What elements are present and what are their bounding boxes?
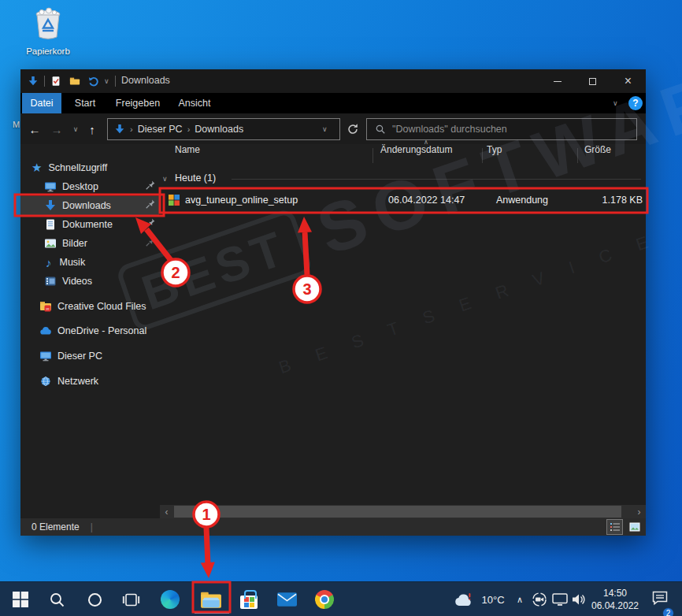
weather-tray-button[interactable] <box>450 582 477 616</box>
customize-toolbar-icon[interactable]: ∨ <box>104 77 109 85</box>
documents-icon <box>44 218 57 231</box>
sidebar-item-dokumente[interactable]: Dokumente <box>44 216 113 233</box>
cortana-button[interactable] <box>80 582 109 616</box>
sidebar-item-quick-access[interactable]: ★ Schnellzugriff <box>32 159 107 176</box>
scroll-left-icon[interactable]: ‹ <box>160 505 173 518</box>
file-size: 1.178 KB <box>556 195 643 206</box>
task-view-icon <box>122 592 140 607</box>
temperature-label[interactable]: 10°C <box>477 582 509 616</box>
column-header-size[interactable]: Größe <box>584 144 611 155</box>
creative-cloud-folder-icon <box>39 300 52 313</box>
hidden-desktop-icon-fragment: M <box>13 120 20 129</box>
column-divider[interactable] <box>577 148 578 163</box>
title-bar[interactable]: ∨ Downloads × <box>20 69 646 93</box>
expand-ribbon-icon[interactable]: ∨ <box>613 99 618 107</box>
tab-ansicht[interactable]: Ansicht <box>173 93 216 113</box>
pin-icon <box>145 180 156 191</box>
tab-start[interactable]: Start <box>69 93 101 113</box>
store-button[interactable] <box>233 582 265 616</box>
music-icon: ♪ <box>46 256 52 269</box>
thumbnails-view-button[interactable] <box>626 519 643 535</box>
store-icon <box>240 596 258 609</box>
minimize-button[interactable] <box>539 69 575 93</box>
column-header-modified[interactable]: Änderungsdatum <box>380 144 452 155</box>
tab-freigeben[interactable]: Freigeben <box>113 93 162 113</box>
tab-datei[interactable]: Datei <box>22 93 61 113</box>
horizontal-scrollbar[interactable]: ‹ › <box>160 505 646 518</box>
downloads-folder-icon <box>114 124 125 135</box>
up-button[interactable]: ↑ <box>83 120 102 139</box>
mail-button[interactable] <box>271 582 302 616</box>
items-count: 0 Elemente <box>32 521 80 533</box>
properties-icon[interactable] <box>50 76 61 87</box>
volume-tray-button[interactable] <box>569 582 589 616</box>
ribbon-tab-bar: Datei Start Freigeben Ansicht ∨ ? <box>20 93 646 113</box>
window-title: Downloads <box>121 75 170 86</box>
sidebar-item-desktop[interactable]: Desktop <box>44 178 98 195</box>
edge-button[interactable] <box>154 582 186 616</box>
tray-expand-icon[interactable]: ∧ <box>512 582 528 616</box>
tray-date: 06.04.2022 <box>591 599 639 612</box>
network-tray-button[interactable] <box>550 582 570 616</box>
search-icon <box>375 124 386 135</box>
task-view-button[interactable] <box>117 582 145 616</box>
group-header[interactable]: Heute (1) <box>175 173 216 184</box>
action-center-button[interactable]: 2 <box>646 582 674 616</box>
clock-tray-button[interactable]: 14:50 06.04.2022 <box>589 582 641 616</box>
quick-access-star-icon: ★ <box>32 161 42 175</box>
display-network-icon <box>552 593 568 607</box>
refresh-icon[interactable] <box>347 123 359 135</box>
new-folder-icon[interactable] <box>69 76 80 87</box>
recycle-bin-icon <box>30 5 66 43</box>
breadcrumb-downloads[interactable]: Downloads <box>195 124 243 135</box>
column-header-type[interactable]: Typ <box>487 144 502 155</box>
address-bar[interactable]: › Dieser PC › Downloads ∨ <box>107 118 340 140</box>
taskbar-search-button[interactable] <box>43 582 71 616</box>
column-header-name[interactable]: Name <box>175 144 200 155</box>
details-view-button[interactable] <box>606 519 623 535</box>
sidebar-item-onedrive[interactable]: OneDrive - Personal <box>39 322 146 340</box>
group-divider-line <box>232 179 641 180</box>
explorer-window: ∨ Downloads × Datei Start Freigeben Ansi… <box>20 69 646 536</box>
scrollbar-thumb[interactable] <box>174 506 621 518</box>
scroll-right-icon[interactable]: › <box>632 505 646 518</box>
status-bar: 0 Elemente | <box>20 518 646 536</box>
recycle-bin-shortcut[interactable]: Papierkorb <box>22 5 74 56</box>
address-dropdown-icon[interactable]: ∨ <box>322 125 328 133</box>
sidebar-item-bilder[interactable]: Bilder <box>44 235 87 252</box>
toolbar-separator <box>44 76 45 87</box>
sidebar-item-dieser-pc[interactable]: Dieser PC <box>39 347 102 365</box>
search-box[interactable] <box>366 118 637 140</box>
recycle-bin-label: Papierkorb <box>22 46 74 56</box>
avg-setup-file-icon <box>168 194 180 206</box>
sort-ascending-icon: ∧ <box>424 139 428 146</box>
forward-button[interactable]: → <box>47 120 66 139</box>
pin-icon <box>145 217 156 228</box>
meet-now-button[interactable] <box>529 582 550 616</box>
notification-badge: 2 <box>662 607 674 616</box>
back-button[interactable]: ← <box>25 120 44 139</box>
details-view-icon <box>609 521 621 533</box>
sidebar-item-downloads[interactable]: Downloads <box>44 197 111 214</box>
file-row[interactable]: avg_tuneup_online_setup 06.04.2022 14:47… <box>161 188 646 212</box>
column-divider[interactable] <box>373 148 373 163</box>
group-collapse-icon[interactable]: ∨ <box>162 175 168 183</box>
close-icon: × <box>625 75 632 87</box>
help-icon[interactable]: ? <box>628 96 643 110</box>
minimize-icon <box>554 81 562 82</box>
undo-icon[interactable] <box>88 76 99 87</box>
start-button[interactable] <box>6 582 35 616</box>
sidebar-item-netzwerk[interactable]: Netzwerk <box>39 373 98 390</box>
onedrive-cloud-icon <box>39 325 52 337</box>
sidebar-item-videos[interactable]: Videos <box>44 273 92 290</box>
column-divider[interactable] <box>482 148 483 163</box>
search-input[interactable] <box>392 124 613 135</box>
tray-time: 14:50 <box>591 587 639 599</box>
maximize-button[interactable] <box>575 69 610 93</box>
file-type: Anwendung <box>496 195 548 206</box>
sidebar-item-creative-cloud[interactable]: Creative Cloud Files <box>39 298 146 315</box>
close-button[interactable]: × <box>610 69 646 93</box>
breadcrumb-this-pc[interactable]: Dieser PC <box>138 124 183 135</box>
sidebar-item-musik[interactable]: ♪ Musik <box>44 254 85 271</box>
chrome-button[interactable] <box>309 582 340 616</box>
